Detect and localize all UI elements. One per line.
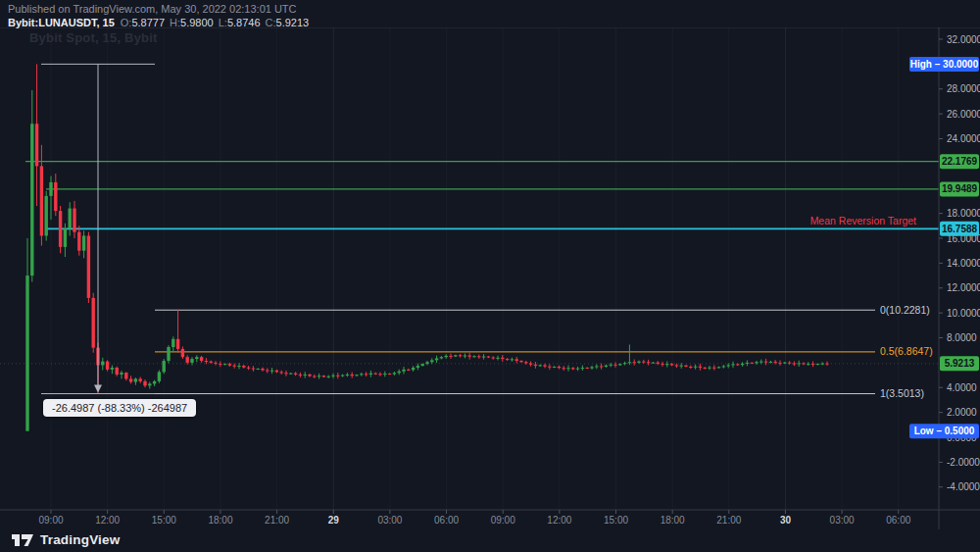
time-axis-label: 06:00 [434,515,459,526]
price-tick-label: 2.0000 [947,407,977,418]
candle-body [87,235,90,297]
time-axis-label: 18:00 [208,515,232,526]
candle-body [214,363,217,364]
price-axis[interactable]: 32.000028.000026.000024.000018.000016.00… [939,34,980,493]
price-tick-label: -2.0000 [947,457,980,468]
candle-body [501,358,504,359]
candle-body [445,356,448,357]
candle-body [158,372,161,381]
time-axis-label: 03:00 [830,515,855,526]
candle-body [798,363,801,364]
time-axis[interactable]: 09:0012:0015:0018:0021:002903:0006:0009:… [38,510,910,526]
candle-body [618,364,621,365]
svg-text:22.1769: 22.1769 [942,156,978,167]
candle-body [694,367,697,368]
level-badge: 19.9489 [940,181,979,196]
svg-text:High – 30.0000: High – 30.0000 [910,59,979,70]
price-tick-label: 32.0000 [947,34,980,45]
symbol-ohlc-line: Bybit:LUNAUSDT, 15O:5.8777H:5.9800L:5.87… [8,17,314,28]
candle-body [237,366,240,367]
candle-body [327,376,330,377]
mean-reversion-target-label: Mean Reversion Target [810,215,916,226]
candle-body [124,373,127,378]
tradingview-logo[interactable] [12,533,33,547]
candle-body [472,356,475,357]
candle-body [139,378,142,381]
candle-body [477,356,480,357]
svg-text:Mean Reversion Target: Mean Reversion Target [810,215,916,226]
candle-body [45,196,48,236]
tradingview-brand-text[interactable]: TradingView [40,532,120,547]
price-tick-label: 18.0000 [947,208,980,219]
published-header: Published on TradingView.com, May 30, 20… [8,3,314,28]
candle-body [529,364,532,365]
ohlc-value: L:5.8746 [219,17,261,28]
candle-body [289,374,292,375]
measure-arrow-head [94,385,102,393]
candle-body [647,362,650,363]
candle-body [378,374,381,375]
candle-body [807,364,809,365]
candle-body [788,363,791,364]
candle-body [821,364,824,365]
candle-body [722,366,725,367]
candle-body [496,358,499,359]
candle-body [346,375,349,376]
candle-body [802,363,805,364]
candle-body [412,368,415,370]
candle-body [539,365,542,366]
candle-body [778,363,781,364]
time-axis-label: 15:00 [152,515,176,526]
time-axis-label: 18:00 [661,515,685,526]
candle-body [101,362,104,366]
candle-body [440,357,443,358]
mean-reversion-badge: 16.7588 [940,222,979,236]
candle-body [49,182,52,196]
price-chart-canvas[interactable]: Mean Reversion Target0(10.2281)0.5(6.864… [0,0,980,552]
candle-body [736,364,739,365]
candle-body [407,370,410,371]
last-price-badge: 5.9213 [940,356,979,371]
candle-body [524,362,527,363]
candle-body [506,359,509,360]
candle-body [751,363,754,364]
candle-body [402,370,405,372]
candle-body [717,367,720,368]
candle-body [247,368,250,369]
candle-body [746,363,749,364]
candle-body [172,339,174,347]
candle-body [657,363,660,364]
candle-body [266,370,269,371]
candles [25,64,828,430]
candle-body [628,362,631,363]
price-tick-label: 12.0000 [947,282,980,293]
candle-body [308,375,311,376]
high-badge: High – 30.0000 [909,57,979,72]
time-axis-label: 12:00 [95,515,120,526]
candle-body [558,367,561,368]
svg-text:1(3.5013): 1(3.5013) [880,387,924,399]
svg-text:16.7588: 16.7588 [942,224,978,234]
candle-body [25,276,28,431]
svg-text:Low – 0.5000: Low – 0.5000 [914,426,975,436]
candle-body [181,349,184,357]
published-timestamp: Published on TradingView.com, May 30, 20… [8,3,314,15]
candle-body [77,232,80,251]
candle-body [534,365,537,366]
candle-body [92,298,95,348]
candle-body [195,357,198,359]
candle-body [275,371,278,373]
candle-body [425,362,428,364]
candle-body [600,366,603,367]
time-axis-label: 21:00 [265,515,289,526]
candle-body [186,357,189,363]
candle-body [642,362,645,363]
candle-body [566,368,569,369]
candle-body [613,365,616,366]
price-tick-label: -4.0000 [947,481,980,492]
candle-body [764,362,767,363]
candle-body [341,376,344,376]
candle-body [712,368,715,369]
candle-body [680,366,683,367]
candle-body [257,369,260,370]
